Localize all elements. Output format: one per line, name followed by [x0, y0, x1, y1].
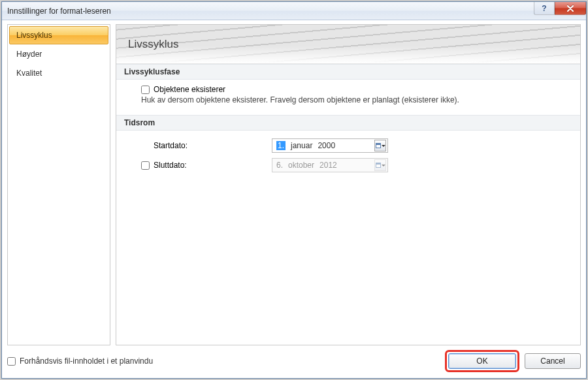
dialog-window: Innstillinger for format-leseren ? Livss… — [1, 1, 587, 379]
cancel-label: Cancel — [540, 356, 564, 366]
sidebar-item-livssyklus[interactable]: Livssyklus — [9, 26, 108, 44]
enddate-dropdown-button — [374, 159, 386, 171]
content-area: Livssyklus Høyder Kvalitet Livssyklus Li… — [7, 24, 581, 345]
startdate-dropdown-button[interactable] — [374, 140, 386, 151]
section-body-timespan: Startdato: 1. januar 2000 — [116, 131, 580, 183]
preview-label: Forhåndsvis fil-innholdet i et planvindu — [20, 356, 153, 366]
sidebar-item-label: Kvalitet — [16, 69, 42, 78]
chevron-down-icon — [382, 145, 385, 147]
objects-exist-label: Objektene eksisterer — [154, 85, 225, 94]
main-panel: Livssyklus Livssyklusfase Objektene eksi… — [116, 24, 581, 345]
sidebar-item-hoyder[interactable]: Høyder — [9, 45, 108, 63]
panel-banner: Livssyklus — [116, 25, 580, 64]
calendar-icon — [376, 143, 381, 148]
section-header-timespan: Tidsrom — [116, 115, 580, 131]
close-icon — [566, 5, 574, 12]
cancel-button[interactable]: Cancel — [525, 353, 581, 369]
preview-row[interactable]: Forhåndsvis fil-innholdet i et planvindu — [7, 356, 153, 366]
window-title: Innstillinger for format-leseren — [7, 7, 111, 16]
startdate-row: Startdato: 1. januar 2000 — [128, 136, 568, 155]
enddate-picker: 6. oktober 2012 — [272, 158, 388, 172]
startdate-day[interactable]: 1. — [276, 141, 286, 150]
preview-checkbox[interactable] — [7, 357, 16, 366]
sidebar-item-kvalitet[interactable]: Kvalitet — [9, 64, 108, 82]
sidebar-item-label: Høyder — [16, 50, 42, 59]
enddate-enable-checkbox[interactable] — [141, 161, 150, 170]
objects-exist-row[interactable]: Objektene eksisterer — [141, 85, 568, 94]
titlebar[interactable]: Innstillinger for format-leseren ? — [2, 2, 586, 20]
enddate-day: 6. — [276, 161, 283, 170]
startdate-label: Startdato: — [154, 141, 188, 150]
enddate-label-cell: Sluttdato: — [128, 161, 272, 170]
help-icon: ? — [542, 4, 546, 13]
enddate-row: Sluttdato: 6. oktober 2012 — [128, 155, 568, 175]
section-body-phase: Objektene eksisterer Huk av dersom objek… — [116, 80, 580, 115]
enddate-label: Sluttdato: — [154, 161, 187, 170]
startdate-picker[interactable]: 1. januar 2000 — [272, 138, 388, 153]
help-button[interactable]: ? — [534, 2, 555, 15]
ok-label: OK — [476, 356, 487, 366]
sidebar-item-label: Livssyklus — [16, 31, 52, 40]
sidebar: Livssyklus Høyder Kvalitet — [7, 24, 110, 345]
dialog-footer: Forhåndsvis fil-innholdet i et planvindu… — [7, 349, 581, 373]
chevron-down-icon — [382, 165, 385, 166]
enddate-year: 2012 — [319, 161, 337, 170]
calendar-icon — [376, 163, 381, 168]
close-button[interactable] — [555, 2, 586, 15]
objects-exist-checkbox[interactable] — [141, 86, 150, 94]
enddate-month: oktober — [288, 161, 314, 170]
ok-button[interactable]: OK — [448, 353, 516, 369]
objects-exist-hint: Huk av dersom objektene eksisterer. Frav… — [141, 95, 568, 104]
ok-highlight: OK — [445, 350, 519, 372]
panel-heading: Livssyklus — [128, 38, 178, 51]
section-header-phase: Livssyklusfase — [116, 64, 580, 80]
startdate-year[interactable]: 2000 — [318, 141, 335, 150]
startdate-label-cell: Startdato: — [128, 141, 272, 150]
titlebar-buttons: ? — [534, 2, 586, 16]
footer-buttons: OK Cancel — [445, 350, 581, 372]
startdate-month[interactable]: januar — [291, 141, 312, 150]
